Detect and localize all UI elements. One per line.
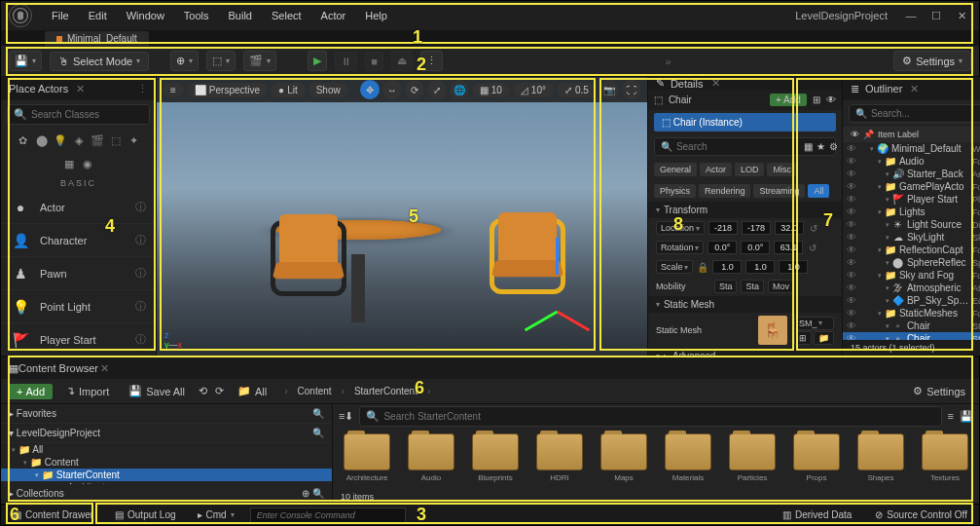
- viewport-options[interactable]: ≡: [163, 83, 184, 97]
- perspective-button[interactable]: ⬜ Perspective: [187, 83, 268, 97]
- folder-textures[interactable]: Textures: [921, 433, 969, 484]
- category-general[interactable]: General: [654, 163, 697, 176]
- scale-snap[interactable]: ⤢ 0.5: [557, 83, 597, 97]
- source-tree-item[interactable]: ▾ 📁 All: [1, 443, 332, 456]
- history-back-icon[interactable]: ⟲: [199, 385, 207, 397]
- outliner-item[interactable]: 👁▾🌫AtmosphericAtmosph: [843, 282, 980, 294]
- outliner-item[interactable]: 👁▾📁LightsFolder: [843, 206, 980, 218]
- settings-button[interactable]: ⚙ Settings ▾: [893, 51, 971, 71]
- outliner-item[interactable]: 👁▾📁ReflectionCaptFolder: [843, 244, 980, 256]
- viewport[interactable]: ≡ ⬜ Perspective ● Lit Show ✥ ↔ ⟳ ⤢ 🌐 ▦ 1…: [157, 77, 647, 356]
- info-icon[interactable]: ⓘ: [135, 266, 146, 281]
- folder-audio[interactable]: Audio: [407, 433, 455, 484]
- outliner-item[interactable]: 👁▾🔊Starter_BackAmbient: [843, 168, 980, 180]
- rotate-tool[interactable]: ⟳: [405, 80, 424, 99]
- breadcrumb-item[interactable]: StarterContent: [350, 386, 421, 396]
- cinematics-button[interactable]: 🎬▾: [243, 51, 276, 71]
- viewport-maximize[interactable]: ⛶: [622, 80, 641, 99]
- import-button[interactable]: ↴ Import: [60, 383, 115, 399]
- document-tab[interactable]: Minimal_Default: [45, 31, 149, 46]
- view-options-icon[interactable]: ≡: [948, 410, 954, 422]
- static-mesh-section[interactable]: Static Mesh: [648, 296, 842, 313]
- folder-hdri[interactable]: HDRI: [535, 433, 584, 484]
- coord-toggle[interactable]: 🌐: [450, 80, 469, 99]
- camera-speed[interactable]: 📷: [599, 80, 619, 99]
- category-all[interactable]: All: [808, 184, 829, 198]
- outliner-item[interactable]: 👁▾📁Sky and FogFolder: [843, 269, 980, 282]
- outliner-item[interactable]: 👁▾📁AudioFolder: [843, 155, 980, 168]
- select-tool[interactable]: ✥: [360, 80, 380, 99]
- save-button[interactable]: 💾: [960, 410, 973, 423]
- menu-select[interactable]: Select: [262, 6, 311, 25]
- content-drawer-button[interactable]: ▦ Content Drawer: [7, 507, 99, 522]
- menu-file[interactable]: File: [42, 6, 79, 25]
- outliner-item[interactable]: 👁▾⬤SphereReflecSphereRe: [843, 256, 980, 269]
- add-component-button[interactable]: + Add: [770, 94, 807, 106]
- folder-props[interactable]: Props: [792, 433, 841, 484]
- outliner-item[interactable]: 👁▾☀Light SourceDirectio: [843, 218, 980, 231]
- settings-button[interactable]: ⚙ Settings: [907, 383, 971, 399]
- show-button[interactable]: Show: [309, 83, 348, 97]
- outliner-item[interactable]: 👁▾▫ChairStaticMe: [843, 319, 980, 332]
- source-control-button[interactable]: ⊘ Source Control Off: [869, 507, 973, 522]
- close-icon[interactable]: ✕: [711, 77, 720, 90]
- menu-build[interactable]: Build: [219, 6, 262, 25]
- outliner-search[interactable]: 🔍📁⚙: [849, 104, 980, 123]
- angle-snap[interactable]: ◿ 10°: [513, 83, 554, 97]
- save-button[interactable]: 💾▾: [9, 51, 42, 71]
- breadcrumb-item[interactable]: Content: [294, 386, 336, 396]
- details-search[interactable]: 🔍▦ ★ ⚙: [654, 137, 836, 156]
- component-instance[interactable]: ⬚ Chair (Instance): [654, 113, 836, 132]
- outliner-tab[interactable]: ≣ Outliner ✕: [843, 77, 980, 100]
- blueprint-icon[interactable]: ⊞: [813, 94, 820, 105]
- folder-particles[interactable]: Particles: [728, 433, 777, 484]
- folder-shapes[interactable]: Shapes: [856, 433, 905, 484]
- place-actors-search[interactable]: 🔍 ⚙: [7, 104, 150, 125]
- outliner-item[interactable]: 👁▾☁SkyLightSkyLight: [843, 231, 980, 244]
- outliner-item[interactable]: 👁▾🚩Player StartPlayerSt: [843, 193, 980, 206]
- platforms-button[interactable]: ⋮: [420, 51, 443, 71]
- outliner-item[interactable]: 👁▾📁GamePlayActoFolder: [843, 180, 980, 193]
- folder-maps[interactable]: Maps: [599, 433, 648, 484]
- source-tree-item[interactable]: ▾ 📁 Content: [1, 456, 332, 469]
- cmd-button[interactable]: ▸ Cmd ▾: [192, 507, 240, 522]
- close-icon[interactable]: ✕: [76, 83, 85, 95]
- grid-snap[interactable]: ▦ 10: [472, 83, 510, 97]
- filter-icon[interactable]: ≡⬇: [339, 410, 353, 423]
- menu-help[interactable]: Help: [355, 6, 397, 25]
- outliner-item[interactable]: 👁▾▫ChairStaticMe: [843, 332, 980, 340]
- actor-item-actor[interactable]: ●Actorⓘ: [1, 191, 156, 224]
- category-actor[interactable]: Actor: [700, 163, 732, 176]
- marketplace-button[interactable]: ⬚▾: [206, 51, 236, 71]
- info-icon[interactable]: ⓘ: [135, 299, 146, 314]
- source-tree-item[interactable]: ▾ 📁 StarterContent: [1, 469, 332, 481]
- derived-data-button[interactable]: ▥ Derived Data: [777, 507, 857, 522]
- menu-edit[interactable]: Edit: [79, 6, 117, 25]
- eject-button[interactable]: ⏏: [391, 51, 413, 71]
- viewport-scene[interactable]: zy—x: [157, 102, 647, 356]
- actor-item-point-light[interactable]: 💡Point Lightⓘ: [1, 290, 156, 323]
- mesh-thumbnail[interactable]: 🪑: [758, 316, 787, 345]
- outliner-item[interactable]: 👁▾🔷BP_Sky_SpheEdit BP: [843, 294, 980, 307]
- column-label[interactable]: Item Label: [878, 130, 980, 139]
- chair-mesh-selected[interactable]: [484, 207, 573, 296]
- add-content-button[interactable]: ⊕▾: [170, 51, 199, 71]
- category-misc[interactable]: Misc: [767, 163, 797, 176]
- details-tab[interactable]: ✎ Details ✕: [648, 77, 842, 90]
- category-lod[interactable]: LOD: [735, 163, 765, 176]
- search-input[interactable]: [31, 109, 155, 120]
- all-button[interactable]: 📁 All: [232, 383, 272, 399]
- project-section[interactable]: ▾ LevelDesignProject🔍: [1, 424, 332, 443]
- mode-selector[interactable]: 🖱 Select Mode ▾: [50, 52, 149, 71]
- close-button[interactable]: ✕: [950, 7, 973, 24]
- add-button[interactable]: + Add: [9, 384, 53, 399]
- lock-scale-icon[interactable]: 🔒: [697, 262, 708, 273]
- actor-item-player-start[interactable]: 🚩Player Startⓘ: [1, 323, 156, 356]
- console-input[interactable]: [250, 507, 406, 523]
- stop-button[interactable]: ■: [365, 52, 383, 71]
- scale-tool[interactable]: ⤢: [427, 80, 447, 99]
- reset-icon[interactable]: ↺: [810, 223, 817, 234]
- output-log-button[interactable]: ▤ Output Log: [109, 507, 181, 522]
- outliner-item[interactable]: 👁▾📁StaticMeshesFolder: [843, 307, 980, 319]
- category-streaming[interactable]: Streaming: [753, 184, 805, 198]
